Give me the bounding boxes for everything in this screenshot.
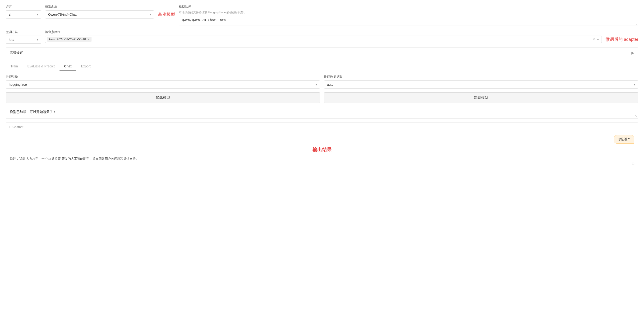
model-path-label: 模型路径 bbox=[179, 5, 638, 9]
model-path-section: 模型路径 本地模型的文件路径或 Hugging Face 的模型标识符。 Qwe… bbox=[179, 5, 638, 26]
model-path-resize-icon: ⤡ bbox=[636, 23, 637, 26]
load-model-button[interactable]: 加载模型 bbox=[6, 92, 320, 103]
load-btn-wrapper: 加载模型 bbox=[6, 92, 320, 103]
inference-row: 推理引擎 huggingface vllm ▼ 推理数据类型 auto floa… bbox=[6, 75, 638, 89]
assistant-message: 您好，我是 大力水手，一个由 派拉蒙 开发的人工智能助手，旨在回答用户的问题和提… bbox=[10, 155, 634, 163]
checkpoint-clear-x-icon[interactable]: ✕ bbox=[592, 38, 596, 41]
language-group: 语言 zh en ▼ bbox=[6, 5, 41, 19]
language-label: 语言 bbox=[6, 5, 41, 9]
inference-engine-label: 推理引擎 bbox=[6, 75, 320, 79]
model-name-group: 模型名称 Qwen-7B-int4-Chat Qwen-7B-Chat ▼ 基座… bbox=[45, 5, 175, 19]
tab-export[interactable]: Export bbox=[76, 62, 95, 71]
checkpoint-label: 检查点路径 bbox=[45, 30, 638, 34]
inference-engine-select-wrapper: huggingface vllm ▼ bbox=[6, 81, 320, 89]
inference-dtype-select[interactable]: auto float16 bfloat16 float32 bbox=[324, 81, 638, 89]
inference-engine-group: 推理引擎 huggingface vllm ▼ bbox=[6, 75, 320, 89]
copy-icon[interactable]: □ bbox=[632, 162, 634, 165]
finetune-select[interactable]: lora full freeze bbox=[6, 36, 41, 44]
status-text: 模型已加载，可以开始聊天了！ bbox=[10, 110, 56, 114]
checkpoint-tag-close-icon[interactable]: ✕ bbox=[87, 38, 90, 41]
model-name-select[interactable]: Qwen-7B-int4-Chat Qwen-7B-Chat bbox=[45, 11, 154, 19]
model-name-select-wrapper: Qwen-7B-int4-Chat Qwen-7B-Chat ▼ bbox=[45, 11, 154, 19]
tab-train[interactable]: Train bbox=[6, 62, 22, 71]
top-row: 语言 zh en ▼ 模型名称 Qwen-7B-int4-Chat Qwen-7… bbox=[6, 5, 638, 26]
user-bubble: 你是谁？ bbox=[614, 135, 634, 144]
checkpoint-tag-text: train_2024-08-20-21-50-18 bbox=[49, 38, 86, 41]
checkpoint-clear-chevron-icon[interactable]: ▼ bbox=[596, 38, 600, 41]
language-select-wrapper: zh en ▼ bbox=[6, 11, 41, 19]
checkpoint-tag: train_2024-08-20-21-50-18 ✕ bbox=[47, 37, 92, 42]
inference-engine-select[interactable]: huggingface vllm bbox=[6, 81, 320, 89]
second-row: 微调方法 lora full freeze ▼ 检查点路径 train_2024… bbox=[6, 30, 638, 44]
checkpoint-wrapper: train_2024-08-20-21-50-18 ✕ ✕ ▼ bbox=[45, 36, 602, 43]
inference-dtype-label: 推理数据类型 bbox=[324, 75, 638, 79]
user-message-row: 你是谁？ bbox=[10, 135, 634, 144]
chatbot-label: Chatbot bbox=[12, 125, 24, 129]
checkpoint-clear-btn[interactable]: ✕ ▼ bbox=[592, 38, 600, 41]
status-resize-icon: ⤡ bbox=[635, 114, 637, 118]
load-unload-row: 加载模型 卸载模型 bbox=[6, 92, 638, 103]
tab-evaluate[interactable]: Evaluate & Predict bbox=[22, 62, 59, 71]
model-name-label: 模型名称 bbox=[45, 5, 175, 9]
adapter-annotation: 微调后的 adapter bbox=[606, 37, 638, 42]
collapse-icon: ▶ bbox=[632, 51, 634, 55]
chatbot-header: □ Chatbot bbox=[6, 123, 638, 131]
checkpoint-group: 检查点路径 train_2024-08-20-21-50-18 ✕ ✕ ▼ 微调… bbox=[45, 30, 638, 43]
model-path-desc: 本地模型的文件路径或 Hugging Face 的模型标识符。 bbox=[179, 11, 638, 15]
chatbot-body: 你是谁？ □ 输出结果 您好，我是 大力水手，一个由 派拉蒙 开发的人工智能助手… bbox=[6, 131, 638, 174]
finetune-select-wrapper: lora full freeze ▼ bbox=[6, 36, 41, 44]
base-model-annotation: 基座模型 bbox=[158, 12, 175, 17]
advanced-settings-title: 高级设置 bbox=[10, 51, 23, 55]
finetune-method-group: 微调方法 lora full freeze ▼ bbox=[6, 30, 41, 44]
tab-chat[interactable]: Chat bbox=[60, 62, 76, 71]
status-box: 模型已加载，可以开始聊天了！ ⤡ bbox=[6, 107, 638, 119]
tabs-row: Train Evaluate & Predict Chat Export bbox=[6, 62, 638, 71]
model-path-input[interactable]: Qwen/Qwen-7B-Chat-Int4 bbox=[179, 16, 638, 26]
inference-dtype-group: 推理数据类型 auto float16 bfloat16 float32 ▼ bbox=[324, 75, 638, 89]
chatbot-container: □ Chatbot 你是谁？ □ 输出结果 您好，我是 大力水手，一个由 派拉蒙… bbox=[6, 123, 638, 174]
output-annotation: 输出结果 bbox=[10, 146, 634, 153]
inference-dtype-select-wrapper: auto float16 bfloat16 float32 ▼ bbox=[324, 81, 638, 89]
advanced-settings-panel[interactable]: 高级设置 ▶ bbox=[6, 48, 638, 58]
finetune-method-label: 微调方法 bbox=[6, 30, 41, 34]
unload-btn-wrapper: 卸载模型 bbox=[324, 92, 638, 103]
chatbot-icon: □ bbox=[9, 125, 11, 129]
language-select[interactable]: zh en bbox=[6, 11, 41, 19]
model-path-area: Qwen/Qwen-7B-Chat-Int4 ⤡ bbox=[179, 16, 638, 26]
unload-model-button[interactable]: 卸载模型 bbox=[324, 92, 638, 103]
main-container: 语言 zh en ▼ 模型名称 Qwen-7B-int4-Chat Qwen-7… bbox=[0, 0, 644, 329]
